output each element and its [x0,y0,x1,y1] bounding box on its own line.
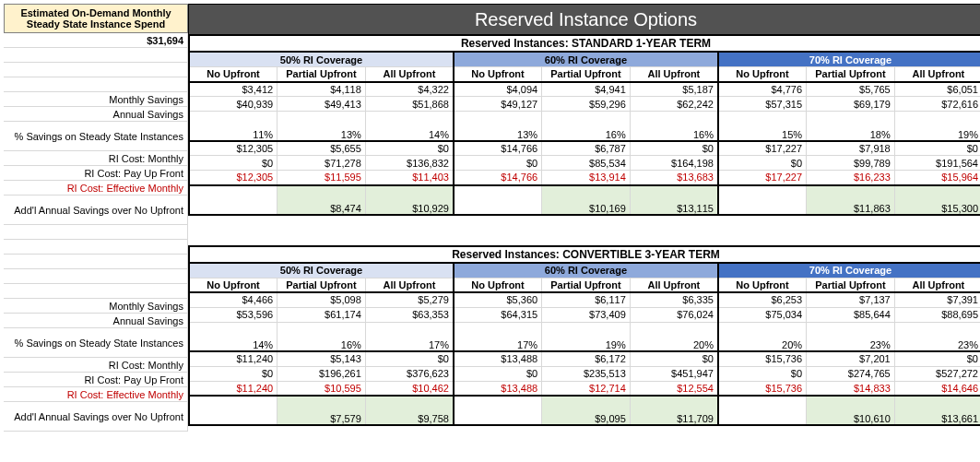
section-gap [188,216,980,245]
cell: 20% [630,322,718,351]
cell [189,396,277,425]
cell: $451,947 [630,366,718,381]
cell: $85,644 [807,307,895,322]
cell: $4,094 [454,82,542,97]
label-monthly-savings: Monthly Savings [4,92,188,107]
col-all-upfront: All Upfront [365,278,454,292]
label-ri-monthly: RI Cost: Monthly [4,151,188,166]
cell [454,396,542,425]
coverage-60: 60% RI Coverage [454,53,718,67]
cell: $12,554 [630,381,718,396]
cell: 18% [807,112,895,141]
cell: $164,198 [630,156,718,171]
cell: 23% [807,322,895,351]
spreadsheet-grid: Estimated On-Demand Monthly Steady State… [4,4,976,432]
cell: $5,098 [277,292,366,307]
col-no-upfront: No Upfront [189,67,277,82]
cell: 19% [542,322,631,351]
cell: $12,305 [189,141,277,156]
cell: $11,240 [189,381,277,396]
blank [4,225,188,240]
cell: $4,118 [277,82,366,97]
cell: $15,300 [894,185,980,215]
estimated-spend-label: Estimated On-Demand Monthly Steady State… [4,4,188,33]
label-pct-savings: % Savings on Steady State Instances [4,328,188,358]
col-no-upfront: No Upfront [718,278,807,292]
cell: $5,655 [277,141,366,156]
col-no-upfront: No Upfront [454,67,542,82]
cell: $0 [365,351,454,366]
cell: $6,051 [894,82,980,97]
cell: $73,409 [542,307,631,322]
cell: $5,143 [277,351,366,366]
col-no-upfront: No Upfront [189,278,277,292]
cell: 15% [718,112,807,141]
blank [4,77,188,92]
cell: $7,391 [894,292,980,307]
estimated-spend-value: $31,694 [4,33,188,48]
cell: $14,766 [454,141,542,156]
blank [4,255,188,269]
cell: $0 [718,366,807,381]
cell [454,185,542,215]
coverage-70: 70% RI Coverage [718,263,980,278]
cell: $274,765 [807,366,895,381]
cell: $72,616 [894,97,980,112]
cell: $0 [894,351,980,366]
col-partial-upfront: Partial Upfront [807,67,895,82]
cell: $6,172 [542,351,631,366]
cell: $12,305 [189,171,277,185]
cell: $11,709 [630,396,718,425]
cell: $99,789 [807,156,895,171]
cell: $9,758 [365,396,454,425]
cell: $13,661 [894,396,980,425]
cell: $11,595 [277,171,366,185]
cell: $49,413 [277,97,366,112]
cell: $5,187 [630,82,718,97]
col-partial-upfront: Partial Upfront [277,67,366,82]
cell: $0 [630,141,718,156]
term-table-standard: 50% RI Coverage 60% RI Coverage 70% RI C… [188,52,980,216]
cell: $17,227 [718,171,807,185]
cell: $4,466 [189,292,277,307]
cell: $136,832 [365,156,454,171]
cell: $3,412 [189,82,277,97]
blank [4,63,188,77]
cell: $49,127 [454,97,542,112]
label-pct-savings: % Savings on Steady State Instances [4,122,188,151]
term-title-convertible: Reserved Instances: CONVERTIBLE 3-YEAR T… [188,245,980,263]
cell: $17,227 [718,141,807,156]
col-no-upfront: No Upfront [454,278,542,292]
cell: 16% [630,112,718,141]
coverage-70: 70% RI Coverage [718,53,980,67]
cell: $14,646 [894,381,980,396]
cell: $4,322 [365,82,454,97]
label-ri-monthly: RI Cost: Monthly [4,358,188,373]
cell [718,185,807,215]
cell: $0 [718,156,807,171]
cell: $15,736 [718,351,807,366]
cell: 14% [365,112,454,141]
cell: $191,564 [894,156,980,171]
cell: $13,914 [542,171,631,185]
cell: $6,335 [630,292,718,307]
col-no-upfront: No Upfront [718,67,807,82]
cell: 20% [718,322,807,351]
cell: $6,117 [542,292,631,307]
blank [4,284,188,299]
label-ri-effective: RI Cost: Effective Monthly [4,181,188,195]
cell: $9,095 [542,396,631,425]
cell: $5,765 [807,82,895,97]
cell: $16,233 [807,171,895,185]
coverage-60: 60% RI Coverage [454,263,718,278]
data-area: Reserved Instance Options Reserved Insta… [188,4,980,432]
blank [4,48,188,63]
cell [718,396,807,425]
cell: $53,596 [189,307,277,322]
col-all-upfront: All Upfront [630,67,718,82]
cell: $7,918 [807,141,895,156]
cell: $5,279 [365,292,454,307]
cell: 17% [365,322,454,351]
cell: $0 [630,351,718,366]
blank [4,240,188,255]
